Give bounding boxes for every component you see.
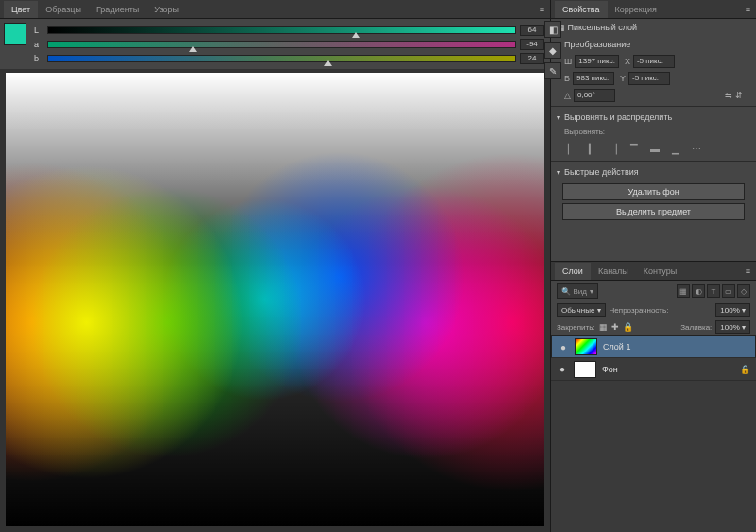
layer-type: Пиксельный слой [568, 23, 638, 32]
b-value[interactable]: 24 [520, 53, 544, 64]
visibility-icon[interactable]: ● [557, 364, 568, 374]
layer-thumbnail[interactable] [575, 338, 597, 355]
flip-h-icon[interactable]: ⇋ [725, 91, 732, 100]
height-label: В [564, 74, 570, 83]
filter-adjust-icon[interactable]: ◐ [692, 284, 705, 298]
panel-menu-icon[interactable]: ≡ [534, 1, 550, 18]
layer-name[interactable]: Слой 1 [603, 342, 630, 352]
color-sliders-area: L 64 a -94 b 24 [0, 19, 550, 69]
fg-bg-swatch[interactable] [6, 25, 26, 45]
a-slider[interactable] [47, 41, 516, 48]
tab-adjustments[interactable]: Коррекция [608, 1, 664, 18]
layer-thumbnail[interactable] [574, 361, 596, 378]
vertical-toolbar: ◧ ◆ ✎ [544, 21, 561, 79]
chevron-down-icon[interactable]: ▾ [557, 113, 560, 122]
select-subject-button[interactable]: Выделить предмет [562, 203, 745, 220]
color-field[interactable] [6, 73, 544, 526]
a-value[interactable]: -94 [520, 39, 544, 50]
angle-input[interactable]: 0,00° [574, 89, 615, 102]
tab-properties[interactable]: Свойства [555, 1, 608, 18]
tab-patterns[interactable]: Узоры [146, 1, 186, 18]
tool-icon-2[interactable]: ◆ [544, 42, 561, 59]
filter-type-icon[interactable]: T [707, 284, 720, 298]
layers-panel: Слои Каналы Контуры ≡ 🔍 Вид ▾ ▦ ◐ T ▭ ◇ … [551, 261, 756, 532]
panel-menu-icon[interactable]: ≡ [740, 1, 756, 18]
tab-gradients[interactable]: Градиенты [89, 1, 146, 18]
lock-pixels-icon[interactable]: ▦ [599, 322, 608, 332]
width-input[interactable]: 1397 пикс. [575, 55, 619, 68]
filter-pixel-icon[interactable]: ▦ [677, 284, 690, 298]
width-label: Ш [564, 57, 572, 66]
layer-name[interactable]: Фон [602, 365, 618, 374]
lock-position-icon[interactable]: ✚ [611, 322, 619, 332]
align-hcenter-icon[interactable]: ▎ [585, 142, 600, 155]
lock-label: Закрепить: [557, 323, 595, 332]
opacity-label: Непрозрачность: [610, 306, 669, 315]
layer-list: ● Слой 1 ● Фон 🔒 [551, 335, 756, 532]
l-label: L [34, 26, 43, 35]
chevron-down-icon[interactable]: ▾ [557, 168, 560, 177]
fill-label: Заливка: [680, 323, 712, 332]
align-right-icon[interactable]: ▕ [606, 142, 621, 155]
layer-row[interactable]: ● Фон 🔒 [551, 358, 756, 381]
lock-all-icon[interactable]: 🔒 [623, 322, 633, 332]
x-input[interactable]: -5 пикс. [633, 55, 675, 68]
visibility-icon[interactable]: ● [558, 342, 569, 352]
tab-channels[interactable]: Каналы [591, 263, 636, 280]
properties-panel: Свойства Коррекция ≡ ▦ Пиксельный слой ▾… [551, 0, 756, 261]
blend-mode-select[interactable]: Обычные ▾ [557, 303, 606, 317]
align-sub: Выровнять: [551, 126, 756, 138]
align-section: Выровнять и распределить [564, 112, 672, 122]
more-icon[interactable]: ⋯ [689, 142, 704, 155]
b-label: b [34, 54, 43, 63]
tool-icon-1[interactable]: ◧ [544, 21, 561, 38]
align-top-icon[interactable]: ▔ [627, 142, 642, 155]
layer-filter-select[interactable]: 🔍 Вид ▾ [557, 283, 598, 299]
align-left-icon[interactable]: ▏ [564, 142, 579, 155]
y-input[interactable]: -5 пикс. [628, 72, 670, 85]
fill-input[interactable]: 100% ▾ [715, 320, 750, 334]
a-label: a [34, 40, 43, 49]
b-slider[interactable] [47, 55, 516, 62]
align-bottom-icon[interactable]: ▁ [668, 142, 683, 155]
x-label: X [625, 57, 630, 66]
l-slider[interactable] [47, 26, 516, 34]
remove-bg-button[interactable]: Удалить фон [562, 183, 745, 200]
filter-shape-icon[interactable]: ▭ [722, 284, 735, 298]
tab-layers[interactable]: Слои [555, 263, 591, 280]
flip-v-icon[interactable]: ⇵ [735, 91, 743, 100]
transform-section: Преобразование [564, 40, 630, 49]
opacity-input[interactable]: 100% ▾ [715, 303, 750, 317]
filter-smart-icon[interactable]: ◇ [737, 284, 750, 298]
color-panel: Цвет Образцы Градиенты Узоры ≡ L 64 a -9… [0, 0, 550, 532]
l-value[interactable]: 64 [520, 25, 544, 36]
color-tabs: Цвет Образцы Градиенты Узоры ≡ [0, 0, 550, 19]
panel-menu-icon[interactable]: ≡ [740, 263, 756, 280]
quick-actions-section: Быстрые действия [564, 167, 639, 177]
angle-icon: △ [564, 91, 571, 100]
layer-row[interactable]: ● Слой 1 [551, 335, 756, 358]
tab-paths[interactable]: Контуры [636, 263, 684, 280]
height-input[interactable]: 983 пикс. [573, 72, 614, 85]
y-label: Y [620, 74, 626, 83]
tab-swatches[interactable]: Образцы [38, 1, 89, 18]
tool-icon-3[interactable]: ✎ [544, 62, 561, 79]
tab-color[interactable]: Цвет [4, 1, 38, 18]
lock-icon: 🔒 [740, 365, 750, 374]
align-vcenter-icon[interactable]: ▬ [647, 142, 662, 155]
